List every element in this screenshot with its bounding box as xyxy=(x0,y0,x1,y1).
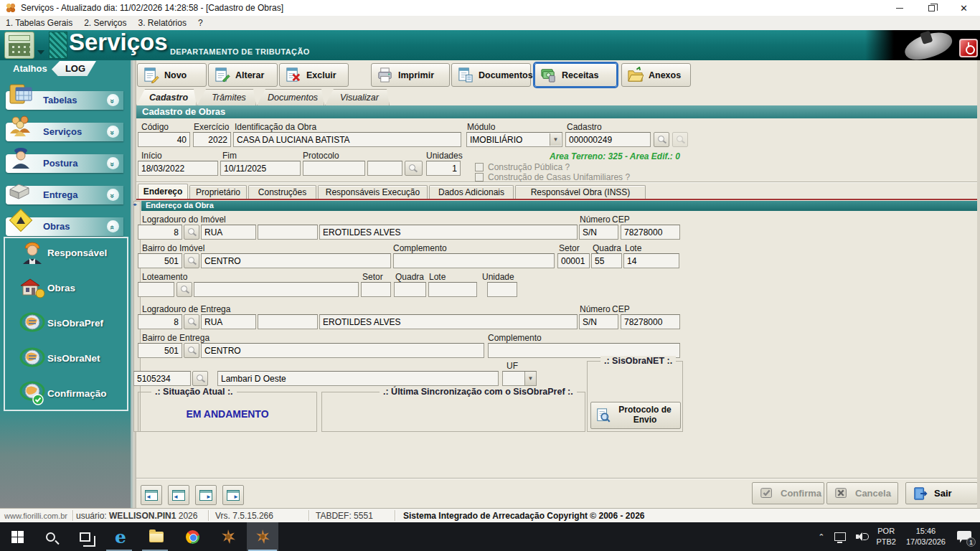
bairro-entrega-search-button[interactable] xyxy=(184,343,199,358)
protocolo-envio-button[interactable]: Protocolo deEnvio xyxy=(590,402,681,429)
sidebar-item-sisobranet[interactable]: SisObraNet xyxy=(47,353,100,364)
entrega-cep-field[interactable]: 78278000 xyxy=(621,314,680,329)
menu-tabelas-gerais[interactable]: 1. Tabelas Gerais xyxy=(0,18,78,28)
bairro-entrega-code[interactable]: 501 xyxy=(138,343,182,358)
complemento-imovel-field[interactable] xyxy=(393,253,555,268)
loteamento-setor-field[interactable] xyxy=(361,282,391,297)
subtab-responsavel-obra-inss[interactable]: Responsável Obra (INSS) xyxy=(515,185,646,199)
chevron-down-icon[interactable]: » xyxy=(107,189,119,201)
taskbar-chrome[interactable] xyxy=(176,522,208,551)
task-view-button[interactable] xyxy=(69,522,100,551)
language-indicator[interactable]: PORPTB2 xyxy=(876,526,896,548)
chevron-down-icon[interactable]: ▼ xyxy=(550,133,561,146)
loteamento-quadra-field[interactable] xyxy=(394,282,426,297)
menu-help[interactable]: ? xyxy=(192,18,209,28)
loteamento-nome[interactable] xyxy=(194,282,359,297)
uf-chevron-icon[interactable]: ▼ xyxy=(524,372,536,385)
identificacao-field[interactable]: CASA DA LUCIANA BATISTA xyxy=(233,132,461,147)
lote-field[interactable]: 14 xyxy=(623,253,679,268)
construcao-publica-checkbox[interactable] xyxy=(475,163,484,171)
codigo-field[interactable]: 40 xyxy=(138,132,190,147)
nav-first-button[interactable]: ◄ xyxy=(141,485,162,505)
taskbar-search-button[interactable] xyxy=(34,522,66,551)
menu-relatorios[interactable]: 3. Relatórios xyxy=(133,18,192,28)
bairro-imovel-search-button[interactable] xyxy=(184,253,199,268)
logradouro-entrega-search-button[interactable] xyxy=(184,314,199,329)
imprimir-button[interactable]: Imprimir xyxy=(371,63,450,87)
logradouro-imovel-nome[interactable]: EROTILDES ALVES xyxy=(319,225,578,240)
tray-chevron-icon[interactable]: ⌃ xyxy=(818,532,824,542)
logradouro-entrega-titulo[interactable] xyxy=(258,314,318,329)
excluir-button[interactable]: Excluir xyxy=(279,63,349,87)
logradouro-entrega-tipo[interactable]: RUA xyxy=(201,314,256,329)
municipio-nome[interactable]: Lambari D Oeste xyxy=(217,371,499,386)
chevron-down-icon[interactable]: » xyxy=(107,126,119,138)
loteamento-lote-field[interactable] xyxy=(428,282,477,297)
entrega-numero-field[interactable]: S/N xyxy=(579,314,618,329)
logradouro-imovel-tipo[interactable]: RUA xyxy=(201,225,256,240)
tab-cadastro[interactable]: Cadastro xyxy=(136,89,197,105)
bairro-entrega-nome[interactable]: CENTRO xyxy=(201,343,484,358)
logradouro-imovel-code[interactable]: 8 xyxy=(138,225,182,240)
documentos-button[interactable]: Documentos xyxy=(451,63,531,87)
bairro-imovel-nome[interactable]: CENTRO xyxy=(201,253,391,268)
tab-tramites[interactable]: Trâmites xyxy=(197,89,256,105)
subtab-construcoes[interactable]: Construções xyxy=(248,185,316,199)
cadastro-search-button[interactable] xyxy=(654,132,669,147)
quadra-field[interactable]: 55 xyxy=(591,253,622,268)
unidade-field[interactable] xyxy=(487,282,517,297)
start-button[interactable] xyxy=(1,522,33,551)
setor-field[interactable]: 00001 xyxy=(557,253,590,268)
network-icon[interactable] xyxy=(834,532,846,541)
chevron-down-icon[interactable]: » xyxy=(107,157,119,169)
sair-button[interactable]: Sair xyxy=(905,482,978,504)
sidebar-item-sisobrapref[interactable]: SisObraPref xyxy=(47,318,103,329)
alterar-button[interactable]: Alterar xyxy=(208,63,278,87)
confirma-button[interactable]: Confirma xyxy=(752,482,824,504)
inicio-field[interactable]: 18/03/2022 xyxy=(138,161,218,176)
power-icon[interactable] xyxy=(959,39,978,57)
anexos-button[interactable]: Anexos xyxy=(621,63,691,87)
subtab-dados-adicionais[interactable]: Dados Adicionais xyxy=(429,185,514,199)
loteamento-code[interactable] xyxy=(138,282,174,297)
loteamento-search-button[interactable] xyxy=(176,282,192,297)
cancela-button[interactable]: Cancela xyxy=(826,482,898,504)
logradouro-entrega-code[interactable]: 8 xyxy=(138,314,182,329)
nav-next-button[interactable]: ► xyxy=(195,485,217,505)
taskbar-file-explorer[interactable] xyxy=(141,522,172,551)
subtab-endereco[interactable]: Endereço xyxy=(138,184,188,199)
maximize-button[interactable] xyxy=(915,0,948,16)
close-button[interactable]: ✕ xyxy=(948,0,980,16)
exercicio-field[interactable]: 2022 xyxy=(193,132,231,147)
taskbar-app-servicos-active[interactable] xyxy=(247,522,278,551)
casas-unifamiliares-checkbox[interactable] xyxy=(475,173,484,182)
tab-documentos[interactable]: Documentos xyxy=(257,89,324,105)
taskbar-edge[interactable]: e xyxy=(105,522,136,551)
numero-field[interactable]: S/N xyxy=(579,225,618,240)
chevron-up-icon[interactable]: « xyxy=(107,220,119,232)
novo-button[interactable]: Novo xyxy=(137,63,207,87)
municipio-search-button[interactable] xyxy=(192,371,208,386)
sidebar-item-confirmacao[interactable]: Confirmação xyxy=(47,388,107,399)
taskbar-app-servicos[interactable] xyxy=(212,522,244,551)
bairro-imovel-code[interactable]: 501 xyxy=(138,253,182,268)
clock[interactable]: 15:4617/03/2026 xyxy=(906,526,946,548)
tab-visualizar[interactable]: Visualizar xyxy=(325,89,390,105)
cadastro-aux-button[interactable] xyxy=(672,132,688,147)
logradouro-entrega-nome[interactable]: EROTILDES ALVES xyxy=(319,314,578,329)
receitas-button[interactable]: Receitas xyxy=(534,63,617,87)
protocolo-search-button[interactable] xyxy=(405,161,423,176)
subtab-responsaveis-execucao[interactable]: Responsáveis Execução xyxy=(318,185,428,199)
protocolo-field-2[interactable] xyxy=(367,161,402,176)
fim-field[interactable]: 10/11/2025 xyxy=(220,161,301,176)
sidebar-tab-atalhos[interactable]: Atalhos xyxy=(13,63,47,74)
logradouro-imovel-titulo[interactable] xyxy=(258,225,318,240)
sidebar-item-responsavel[interactable]: Responsável xyxy=(47,248,107,258)
municipio-code[interactable]: 5105234 xyxy=(133,371,191,386)
sidebar-tab-log[interactable]: LOG xyxy=(52,61,96,76)
minimize-button[interactable] xyxy=(883,0,915,16)
logradouro-imovel-search-button[interactable] xyxy=(184,225,199,240)
nav-prev-button[interactable]: ◄ xyxy=(168,485,189,505)
modulo-combo[interactable]: IMOBILIÁRIO ▼ xyxy=(466,132,562,147)
nav-last-button[interactable]: ► xyxy=(222,485,244,505)
